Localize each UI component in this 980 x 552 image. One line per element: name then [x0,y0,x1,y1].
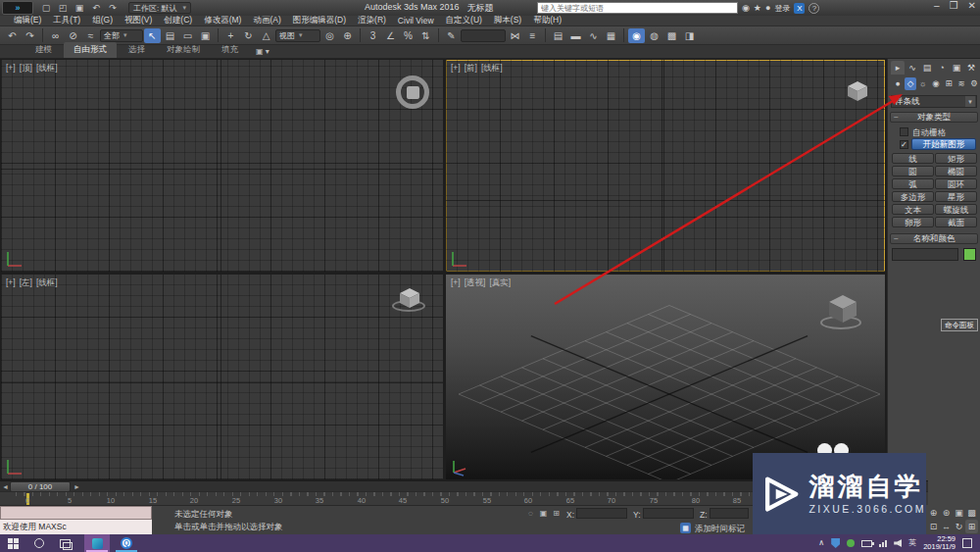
select-and-scale-icon[interactable] [258,28,274,43]
viewport-left[interactable]: [+] [左] [线框] [1,275,443,479]
taskbar-browser-app[interactable]: Q [114,534,139,552]
tab-object-paint[interactable]: 对象绘制 [157,42,210,58]
mirror-icon[interactable] [507,28,523,43]
display-tab-icon[interactable]: ▣ [950,61,963,75]
task-view-icon[interactable] [60,539,71,548]
tab-freeform[interactable]: 自由形式 [64,42,117,58]
material-editor-icon[interactable] [628,28,645,43]
name-color-rollout-header[interactable]: 名称和颜色 [890,233,978,244]
start-new-shape-checkbox[interactable] [900,140,908,149]
x-coordinate-field[interactable] [576,508,627,519]
select-and-manipulate-icon[interactable] [339,28,356,43]
geometry-category-icon[interactable]: ● [892,77,904,90]
menu-edit[interactable]: 编辑(E) [8,15,47,26]
undo-scene-icon[interactable] [89,2,103,14]
rendered-frame-window-icon[interactable] [663,28,680,43]
use-pivot-center-icon[interactable] [321,28,338,43]
tab-modeling[interactable]: 建模 [25,42,62,58]
select-object-icon[interactable] [144,28,161,43]
percent-snap-icon[interactable] [400,28,416,43]
bind-to-space-warp-icon[interactable] [82,28,99,43]
viewport-menu-plus[interactable]: [+] [6,63,16,75]
autodesk-exchange-icon[interactable] [794,3,805,14]
selection-filter-dropdown[interactable]: 全部 [100,29,143,42]
ellipse-button[interactable]: 椭圆 [935,166,977,176]
viewcube[interactable] [846,79,869,103]
defender-shield-icon[interactable] [831,538,840,548]
menu-animation[interactable]: 动画(A) [247,15,286,26]
menu-customize[interactable]: 自定义(U) [440,15,488,26]
utilities-tab-icon[interactable]: ⚒ [964,61,978,75]
selection-lock-icon[interactable]: ▣ [538,509,549,519]
snaps-toggle-icon[interactable] [365,28,381,43]
select-and-link-icon[interactable] [47,28,64,43]
curve-editor-icon[interactable] [585,28,602,43]
align-icon[interactable] [524,28,541,43]
edit-named-selection-sets-icon[interactable] [443,28,460,43]
tray-app-icon[interactable] [847,539,855,547]
menu-views[interactable]: 视图(V) [119,15,158,26]
zoom-extents-icon[interactable] [953,506,965,520]
y-coordinate-field[interactable] [643,508,694,519]
window-crossing-icon[interactable] [197,28,214,43]
open-file-icon[interactable] [56,2,70,14]
start-button-icon[interactable] [8,538,19,549]
spinner-snap-icon[interactable] [417,28,434,43]
redo-icon[interactable] [22,28,38,43]
select-and-move-icon[interactable] [222,28,239,43]
action-center-icon[interactable] [962,538,972,548]
menu-scripting[interactable]: 脚本(S) [488,15,527,26]
help-icon[interactable] [808,3,819,14]
hidden-icons-chevron[interactable]: ∧ [818,534,824,552]
frame-back-button[interactable]: ◄ [1,482,10,491]
modify-tab-icon[interactable]: ∿ [906,61,919,75]
hierarchy-tab-icon[interactable]: ▤ [920,61,934,75]
taskbar-clock[interactable]: 22:59 2019/11/9 [923,535,956,551]
rectangular-selection-region-icon[interactable] [179,28,196,43]
favorites-icon[interactable] [754,2,761,14]
time-tag-icon[interactable] [680,523,691,533]
shapes-category-icon[interactable]: ◇ [905,77,916,90]
text-button[interactable]: 文本 [892,204,934,215]
rectangle-button[interactable]: 矩形 [935,153,977,164]
motion-tab-icon[interactable]: ◔ [935,61,949,75]
viewport-menu-shading[interactable]: [线框] [36,63,58,75]
viewport-menu-shading[interactable]: [线框] [481,63,503,75]
user-icon[interactable] [765,2,770,14]
helpers-category-icon[interactable]: ⊞ [943,77,955,90]
arc-button[interactable]: 弧 [892,178,934,189]
z-coordinate-field[interactable] [710,508,749,519]
viewport-top[interactable]: [+] [顶] [线框] [1,60,443,272]
zoom-all-icon[interactable] [940,506,953,520]
section-button[interactable]: 截面 [935,217,977,227]
pan-icon[interactable] [940,520,953,533]
viewport-menu-shading[interactable]: [真实] [489,277,511,289]
object-color-swatch[interactable] [963,248,976,261]
frame-forward-button[interactable]: ► [73,482,81,491]
object-type-rollout-header[interactable]: 对象类型 [890,112,978,123]
spline-type-dropdown[interactable]: 样条线 [891,95,977,108]
communication-center-icon[interactable] [742,2,750,14]
cortana-icon[interactable] [34,538,44,548]
close-button[interactable] [968,0,976,11]
viewport-menu-view[interactable]: [透视] [465,277,486,289]
line-button[interactable]: 线 [892,153,934,164]
space-warps-category-icon[interactable]: ≋ [956,77,967,90]
viewport-menu-plus[interactable]: [+] [451,277,461,289]
schematic-view-icon[interactable] [603,28,619,43]
menu-civil-view[interactable]: Civil View [392,16,440,25]
lights-category-icon[interactable]: ☼ [917,77,929,90]
object-name-input[interactable] [892,248,958,261]
minimize-button[interactable] [934,0,940,11]
menu-modifiers[interactable]: 修改器(M) [198,15,247,26]
select-and-rotate-icon[interactable] [240,28,257,43]
ribbon-options-icon[interactable] [250,45,275,58]
egg-button[interactable]: 卵形 [892,217,934,227]
viewcube[interactable] [398,286,421,310]
new-scene-icon[interactable] [39,2,53,14]
systems-category-icon[interactable]: ⚙ [968,77,980,90]
donut-button[interactable]: 圆环 [935,178,977,189]
render-production-icon[interactable] [681,28,698,43]
menu-group[interactable]: 组(G) [86,15,119,26]
polygon-button[interactable]: 多边形 [892,191,934,202]
